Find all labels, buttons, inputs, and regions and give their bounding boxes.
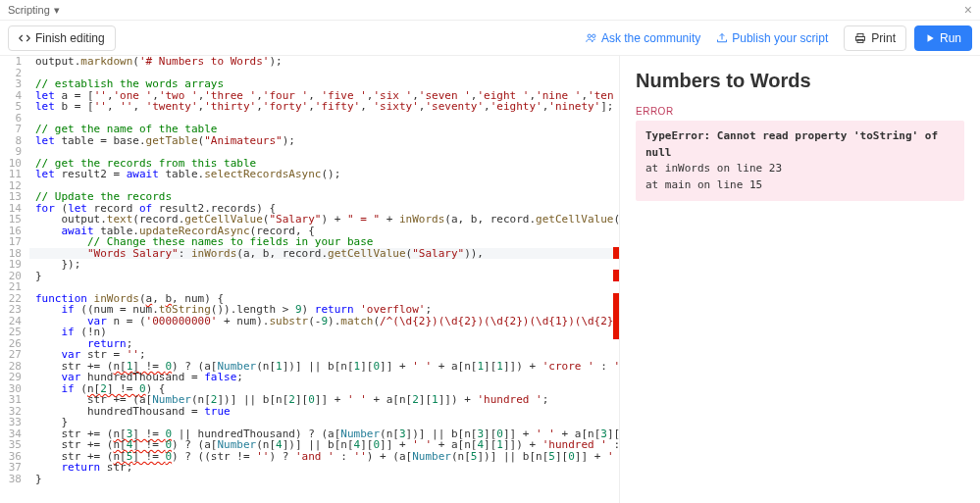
- line-number: 23: [0, 304, 22, 316]
- toolbar: Finish editing Ask the community Publish…: [0, 21, 980, 56]
- code-line[interactable]: }: [29, 271, 619, 282]
- close-icon[interactable]: ×: [964, 2, 972, 18]
- code-line[interactable]: "Words Salary": inWords(a, b, record.get…: [29, 248, 619, 260]
- print-label: Print: [871, 31, 896, 45]
- code-line[interactable]: let result2 = await table.selectRecordsA…: [29, 169, 619, 180]
- line-number: 15: [0, 214, 22, 226]
- line-number: 38: [0, 474, 22, 485]
- stack-frame: at main on line 15: [645, 177, 954, 194]
- code-line[interactable]: output.text(record.getCellValue("Salary"…: [29, 214, 619, 226]
- line-number: 27: [0, 349, 22, 361]
- finish-editing-label: Finish editing: [35, 31, 105, 45]
- code-line[interactable]: str += (a[Number(n[2])] || b[n[2][0]] + …: [29, 394, 619, 406]
- line-number: 13: [0, 191, 22, 203]
- line-number: 5: [0, 101, 22, 113]
- run-button[interactable]: Run: [914, 25, 972, 51]
- code-content[interactable]: output.markdown('# Numbers to Words');//…: [29, 56, 619, 503]
- code-line[interactable]: // Update the records: [29, 191, 619, 203]
- svg-rect-2: [857, 33, 863, 36]
- code-editor[interactable]: 1234567891011121314151617181920212223242…: [0, 56, 620, 503]
- chevron-down-icon: ▾: [54, 4, 60, 17]
- code-line[interactable]: var n = ('000000000' + num).substr(-9).m…: [29, 316, 619, 327]
- stack-frame: at inWords on line 23: [645, 161, 954, 177]
- code-line[interactable]: output.markdown('# Numbers to Words');: [29, 56, 619, 68]
- print-icon: [854, 32, 866, 44]
- ask-community-label: Ask the community: [601, 31, 700, 45]
- line-number: 11: [0, 169, 22, 180]
- code-line[interactable]: }: [29, 474, 619, 485]
- print-button[interactable]: Print: [844, 25, 906, 51]
- publish-script-label: Publish your script: [732, 31, 828, 45]
- line-number: 35: [0, 439, 22, 451]
- code-line[interactable]: hundredThousand = true: [29, 406, 619, 418]
- finish-editing-button[interactable]: Finish editing: [8, 25, 116, 51]
- line-number: 1: [0, 56, 22, 68]
- error-box: TypeError: Cannot read property 'toStrin…: [636, 121, 964, 201]
- line-number: 31: [0, 394, 22, 406]
- output-panel: Numbers to Words ERROR TypeError: Cannot…: [620, 56, 980, 503]
- error-message: TypeError: Cannot read property 'toStrin…: [645, 128, 954, 161]
- line-number-gutter: 1234567891011121314151617181920212223242…: [0, 56, 29, 503]
- publish-script-link[interactable]: Publish your script: [716, 31, 828, 45]
- svg-point-1: [592, 34, 594, 37]
- code-line[interactable]: return str;: [29, 462, 619, 474]
- play-icon: [925, 33, 935, 43]
- extension-tab-label: Scripting: [8, 4, 50, 16]
- error-marker: [613, 293, 619, 339]
- code-line[interactable]: let table = base.getTable("Animateurs");: [29, 135, 619, 147]
- code-line[interactable]: });: [29, 259, 619, 271]
- svg-point-0: [588, 34, 591, 37]
- top-tab-bar: Scripting ▾ ×: [0, 0, 980, 21]
- main-area: 1234567891011121314151617181920212223242…: [0, 56, 980, 503]
- error-label: ERROR: [636, 106, 964, 117]
- ask-community-link[interactable]: Ask the community: [586, 31, 700, 45]
- error-marker: [613, 270, 619, 281]
- line-number: 9: [0, 146, 22, 158]
- extension-tab[interactable]: Scripting ▾: [8, 4, 60, 17]
- line-number: 7: [0, 124, 22, 135]
- error-stack: at inWords on line 23 at main on line 15: [645, 161, 954, 193]
- line-number: 25: [0, 327, 22, 338]
- people-icon: [586, 32, 597, 44]
- upload-icon: [716, 32, 728, 44]
- run-label: Run: [940, 31, 961, 45]
- line-number: 37: [0, 462, 22, 474]
- code-line[interactable]: let b = ['', '', 'twenty','thirty','fort…: [29, 101, 619, 113]
- error-marker: [613, 247, 619, 259]
- code-icon: [19, 32, 30, 44]
- line-number: 21: [0, 281, 22, 293]
- line-number: 19: [0, 259, 22, 271]
- code-line[interactable]: // get the name of the table: [29, 124, 619, 135]
- output-heading: Numbers to Words: [636, 70, 964, 92]
- line-number: 17: [0, 236, 22, 248]
- line-number: 33: [0, 417, 22, 428]
- line-number: 29: [0, 372, 22, 383]
- line-number: 3: [0, 78, 22, 90]
